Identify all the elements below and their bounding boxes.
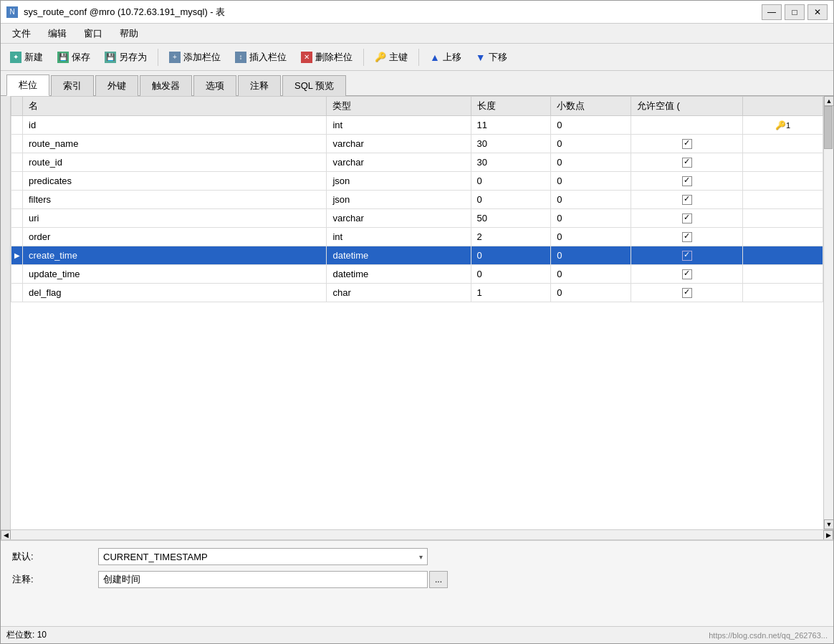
col-decimal[interactable]: 0 [551,209,631,228]
col-name[interactable]: route_id [23,153,327,172]
col-length[interactable]: 30 [471,135,551,153]
nullable-checkbox[interactable] [682,213,692,224]
col-name[interactable]: del_flag [23,284,327,302]
save-as-button[interactable]: 💾 另存为 [98,47,153,68]
col-decimal[interactable]: 0 [551,265,631,284]
col-type[interactable]: varchar [327,209,471,228]
col-decimal[interactable]: 0 [551,191,631,209]
move-up-button[interactable]: ▲ 上移 [423,47,468,68]
tab-options[interactable]: 选项 [193,75,236,96]
move-down-button[interactable]: ▼ 下移 [469,47,514,68]
col-nullable[interactable] [631,116,742,135]
col-nullable[interactable] [631,284,742,302]
col-length[interactable]: 0 [471,265,551,284]
col-length[interactable]: 1 [471,284,551,302]
add-column-button[interactable]: + 添加栏位 [163,47,227,68]
col-type[interactable]: varchar [327,153,471,172]
col-name[interactable]: order [23,228,327,246]
col-nullable[interactable] [631,265,742,284]
col-length[interactable]: 11 [471,116,551,135]
col-name[interactable]: predicates [23,172,327,191]
table-row[interactable]: del_flagchar10 [11,284,823,302]
table-row[interactable]: predicatesjson00 [11,172,823,191]
scroll-right-button[interactable]: ▶ [823,530,833,540]
table-row[interactable]: ▶create_timedatetime00 [11,246,823,265]
col-type[interactable]: json [327,191,471,209]
col-length[interactable]: 30 [471,153,551,172]
nullable-checkbox[interactable] [682,232,692,242]
col-name[interactable]: filters [23,191,327,209]
col-length[interactable]: 2 [471,228,551,246]
delete-column-button[interactable]: ✕ 删除栏位 [294,47,359,68]
col-nullable[interactable] [631,191,742,209]
col-type[interactable]: datetime [327,265,471,284]
col-decimal[interactable]: 0 [551,284,631,302]
nullable-checkbox[interactable] [682,251,692,261]
ellipsis-button[interactable]: ... [429,571,448,588]
table-row[interactable]: route_namevarchar300 [11,135,823,153]
col-length[interactable]: 50 [471,209,551,228]
col-type[interactable]: varchar [327,135,471,153]
tab-foreign-keys[interactable]: 外键 [95,75,138,96]
table-row[interactable]: update_timedatetime00 [11,265,823,284]
nullable-checkbox[interactable] [682,139,692,149]
scrollbar-track[interactable] [824,106,833,519]
tab-indexes[interactable]: 索引 [51,75,94,96]
tab-sql-preview[interactable]: SQL 预览 [282,75,346,96]
col-type[interactable]: json [327,172,471,191]
tab-comments[interactable]: 注释 [238,75,281,96]
col-nullable[interactable] [631,209,742,228]
col-length[interactable]: 0 [471,172,551,191]
col-type[interactable]: char [327,284,471,302]
col-decimal[interactable]: 0 [551,116,631,135]
vertical-scrollbar[interactable]: ▲ ▼ [823,96,833,529]
col-decimal[interactable]: 0 [551,135,631,153]
col-nullable[interactable] [631,246,742,265]
col-decimal[interactable]: 0 [551,153,631,172]
col-type[interactable]: int [327,116,471,135]
nullable-checkbox[interactable] [682,269,692,279]
save-button[interactable]: 💾 保存 [51,47,97,68]
minimize-button[interactable]: — [762,4,782,20]
table-row[interactable]: idint110🔑1 [11,116,823,135]
tab-columns[interactable]: 栏位 [6,75,49,96]
col-nullable[interactable] [631,228,742,246]
col-type[interactable]: int [327,228,471,246]
table-row[interactable]: urivarchar500 [11,209,823,228]
menu-help[interactable]: 帮助 [111,24,147,43]
col-length[interactable]: 0 [471,246,551,265]
scroll-left-button[interactable]: ◀ [1,530,11,540]
nullable-checkbox[interactable] [682,176,692,186]
nullable-checkbox[interactable] [682,158,692,168]
maximize-button[interactable]: □ [785,4,805,20]
col-decimal[interactable]: 0 [551,246,631,265]
col-name[interactable]: id [23,116,327,135]
col-name[interactable]: create_time [23,246,327,265]
scroll-up-button[interactable]: ▲ [824,96,833,106]
table-row[interactable]: filtersjson00 [11,191,823,209]
default-dropdown[interactable]: CURRENT_TIMESTAMP ▾ [98,548,428,565]
scroll-down-button[interactable]: ▼ [824,519,833,529]
col-name[interactable]: uri [23,209,327,228]
menu-window[interactable]: 窗口 [75,24,111,43]
close-button[interactable]: ✕ [807,4,828,20]
col-nullable[interactable] [631,135,742,153]
col-nullable[interactable] [631,172,742,191]
table-row[interactable]: route_idvarchar300 [11,153,823,172]
nullable-checkbox[interactable] [682,195,692,205]
table-row[interactable]: orderint20 [11,228,823,246]
table-scroll[interactable]: 名 类型 长度 小数点 允许空值 ( idint110🔑1route_namev… [11,96,823,529]
primary-key-button[interactable]: 🔑 主键 [368,47,414,68]
col-name[interactable]: route_name [23,135,327,153]
nullable-checkbox[interactable] [682,288,692,298]
col-decimal[interactable]: 0 [551,228,631,246]
new-button[interactable]: ✦ 新建 [4,47,49,68]
col-type[interactable]: datetime [327,246,471,265]
tab-triggers[interactable]: 触发器 [140,75,192,96]
col-nullable[interactable] [631,153,742,172]
scrollbar-thumb[interactable] [824,106,833,149]
col-decimal[interactable]: 0 [551,172,631,191]
menu-file[interactable]: 文件 [4,24,39,43]
comment-input[interactable] [98,571,428,588]
insert-column-button[interactable]: ↕ 插入栏位 [229,47,293,68]
